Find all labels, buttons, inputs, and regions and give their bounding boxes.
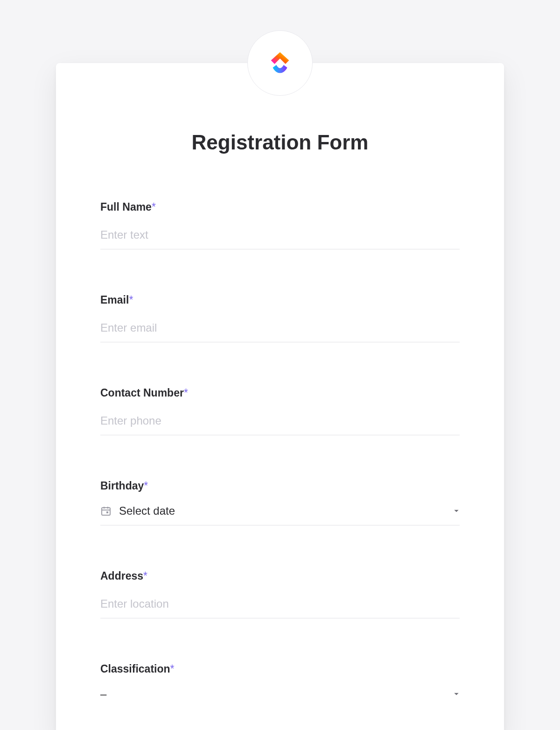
clickup-logo-icon [266, 49, 294, 78]
email-label: Email [100, 294, 129, 306]
birthday-date-picker[interactable]: Select date [100, 499, 460, 525]
contact-number-label: Contact Number [100, 387, 184, 399]
address-label: Address [100, 570, 143, 582]
required-mark: * [143, 570, 147, 582]
field-full-name: Full Name* [100, 201, 460, 249]
svg-rect-4 [106, 511, 108, 513]
chevron-down-icon [453, 508, 460, 514]
required-mark: * [184, 387, 188, 399]
contact-number-input[interactable] [100, 406, 460, 435]
form-title: Registration Form [56, 131, 504, 154]
email-input[interactable] [100, 313, 460, 342]
birthday-placeholder-text: Select date [119, 504, 453, 517]
address-input[interactable] [100, 589, 460, 618]
birthday-label: Birthday [100, 480, 144, 492]
classification-select[interactable]: – [100, 682, 460, 708]
classification-label: Classification [100, 663, 170, 675]
field-email: Email* [100, 294, 460, 342]
calendar-icon [100, 505, 112, 517]
full-name-label: Full Name [100, 201, 152, 213]
svg-rect-0 [102, 508, 110, 515]
field-birthday: Birthday* Select date [100, 480, 460, 525]
field-contact-number: Contact Number* [100, 387, 460, 435]
required-mark: * [129, 294, 133, 306]
required-mark: * [144, 480, 148, 492]
required-mark: * [152, 201, 156, 213]
chevron-down-icon [453, 691, 460, 697]
full-name-input[interactable] [100, 220, 460, 249]
field-classification: Classification* – [100, 663, 460, 708]
registration-form-card: Registration Form Full Name* Email* Cont… [56, 63, 504, 730]
form-fields-container: Full Name* Email* Contact Number* Birthd… [56, 201, 504, 708]
field-address: Address* [100, 570, 460, 618]
classification-placeholder-text: – [100, 687, 453, 701]
logo-circle [247, 30, 313, 96]
required-mark: * [170, 663, 175, 675]
